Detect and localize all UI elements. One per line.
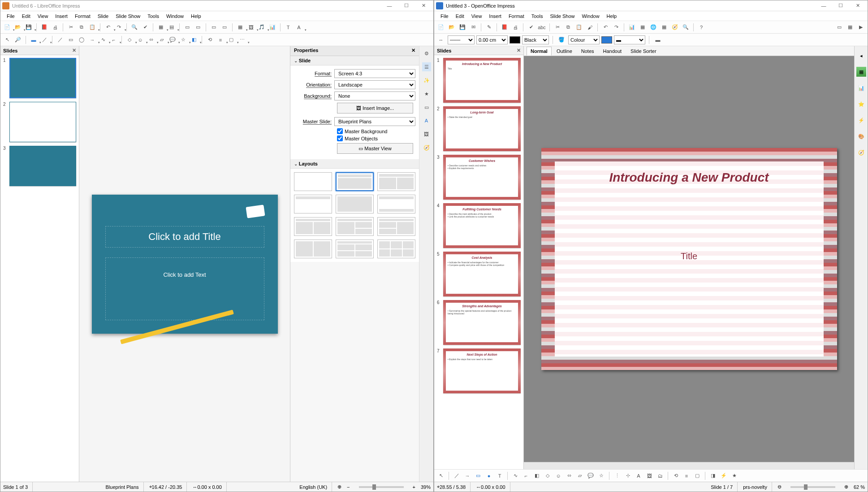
table-icon[interactable]: ▦ <box>638 22 648 32</box>
layout-title-only[interactable] <box>294 195 332 213</box>
layout-grid1[interactable] <box>294 217 332 236</box>
slide-layout-icon[interactable]: ▦ <box>845 22 855 32</box>
menu-format[interactable]: Format <box>71 13 94 20</box>
master-slide-icon[interactable]: ▭ <box>193 22 203 32</box>
close-button[interactable]: ✕ <box>850 1 866 10</box>
layout-4cells1[interactable] <box>294 239 332 258</box>
copy-icon[interactable]: ⧉ <box>77 22 86 32</box>
export-pdf-icon[interactable]: 📕 <box>500 22 510 32</box>
status-language[interactable]: English (UK) <box>299 482 332 492</box>
master-slides-deck-icon[interactable]: ▭ <box>422 103 431 112</box>
alignment-icon[interactable]: ≡ <box>682 471 691 481</box>
menu-insert[interactable]: Insert <box>52 13 71 20</box>
zoom-slider[interactable] <box>790 486 835 488</box>
insert-textbox-icon[interactable]: T <box>283 22 293 32</box>
line-color-icon[interactable]: ／ <box>39 35 49 45</box>
fill-color-icon[interactable]: ▬ <box>29 35 39 45</box>
arrange-icon[interactable]: ▢ <box>692 471 702 481</box>
zoom-in-icon[interactable]: ⊕ <box>844 484 848 490</box>
insert-image-icon[interactable]: 🖼 <box>246 22 256 32</box>
slide-title[interactable]: Introducing a New Product <box>564 170 815 185</box>
menu-edit[interactable]: Edit <box>452 13 468 20</box>
zoom-fit-icon[interactable]: ⊖ <box>777 484 782 490</box>
master-view-button[interactable]: ▭ Master View <box>337 143 413 154</box>
new-icon[interactable]: 📄 <box>2 22 12 32</box>
align-icon[interactable]: ≡ <box>216 35 225 45</box>
line-color-select[interactable]: Black <box>522 35 549 44</box>
slide-transition-deck-icon[interactable]: ✨ <box>422 76 431 85</box>
custom-animation-icon[interactable]: ⚡ <box>856 115 866 125</box>
basic-shapes-icon[interactable]: ◇ <box>125 35 134 45</box>
rotate-icon[interactable]: ⟲ <box>671 471 681 481</box>
close-button[interactable]: ✕ <box>415 1 432 10</box>
callouts-icon[interactable]: 💬 <box>168 35 177 45</box>
fill-color-select[interactable]: ▬ <box>614 35 645 44</box>
redo-icon[interactable]: ↷ <box>611 22 621 32</box>
fontwork-icon[interactable]: A <box>634 471 643 481</box>
layout-4cells2[interactable] <box>336 239 374 258</box>
zoom-in-icon[interactable]: + <box>413 484 415 490</box>
rotate-icon[interactable]: ⟲ <box>205 35 215 45</box>
gallery-pane-icon[interactable]: 🧭 <box>856 148 866 157</box>
zoom-out-icon[interactable]: − <box>347 484 350 490</box>
line-color-swatch[interactable] <box>510 36 520 44</box>
layout-title-2content[interactable] <box>377 172 415 191</box>
status-zoom[interactable]: 39% <box>421 484 431 490</box>
symbol-shapes-icon[interactable]: ☺ <box>135 35 145 45</box>
menu-edit[interactable]: Edit <box>18 13 34 20</box>
menu-tools[interactable]: Tools <box>528 13 547 20</box>
zoom-slider[interactable] <box>359 486 404 488</box>
undo-icon[interactable]: ↶ <box>600 22 610 32</box>
flowcharts-icon[interactable]: ▱ <box>575 471 585 481</box>
stars-icon[interactable]: ☆ <box>178 35 188 45</box>
line-style-select[interactable]: ─── <box>448 35 475 44</box>
ellipse-icon[interactable]: ● <box>484 471 494 481</box>
format-paintbrush-icon[interactable]: 🖌 <box>585 22 595 32</box>
menu-file[interactable]: File <box>3 13 18 20</box>
titlebar[interactable]: Untitled 6 - LibreOffice Impress — ☐ ✕ <box>0 0 433 11</box>
fill-mode-select[interactable]: Colour <box>568 35 600 44</box>
menu-view[interactable]: View <box>34 13 52 20</box>
area-style-icon[interactable]: 🪣 <box>557 35 566 45</box>
stars-icon[interactable]: ☆ <box>596 471 606 481</box>
slide-transition-icon[interactable]: 🎨 <box>856 131 866 141</box>
connector-icon[interactable]: ⌐ <box>521 471 531 481</box>
master-objects-checkbox[interactable] <box>337 135 343 141</box>
zoom-pan-icon[interactable]: 🔎 <box>13 35 23 45</box>
layout-blank[interactable] <box>294 172 332 191</box>
rectangle-icon[interactable]: ▭ <box>66 35 76 45</box>
slide-thumb[interactable]: 5Cost Analysis• Indicate the financial a… <box>437 252 521 296</box>
minimize-button[interactable]: — <box>816 1 832 10</box>
zoom-icon[interactable]: 🔍 <box>681 22 691 32</box>
menu-tools[interactable]: Tools <box>144 13 163 20</box>
tab-notes[interactable]: Notes <box>577 47 598 56</box>
horizontal-scrollbar[interactable] <box>524 462 854 469</box>
interaction-icon[interactable]: ⚡ <box>719 471 729 481</box>
animation-deck-icon[interactable]: ★ <box>422 89 431 98</box>
slide-thumb[interactable]: 1Introducing a New ProductTitle <box>437 58 521 103</box>
layout-6cells[interactable] <box>377 239 415 258</box>
find-icon[interactable]: 🔍 <box>130 22 139 32</box>
insert-image-button[interactable]: 🖼 Insert Image... <box>337 103 413 113</box>
save-icon[interactable]: 💾 <box>458 22 467 32</box>
curve-icon[interactable]: ∿ <box>510 471 520 481</box>
edit-file-icon[interactable]: ✎ <box>484 22 494 32</box>
close-panel-icon[interactable]: ✕ <box>517 48 521 53</box>
format-select[interactable]: Screen 4:3 <box>334 69 415 78</box>
cut-icon[interactable]: ✂ <box>553 22 562 32</box>
layout-centered[interactable] <box>336 195 374 213</box>
text-icon[interactable]: T <box>495 471 505 481</box>
start-beginning-icon[interactable]: ▭ <box>209 22 219 32</box>
gluepoints-icon[interactable]: ⊹ <box>623 471 633 481</box>
fill-color-swatch[interactable] <box>601 36 612 44</box>
settings-icon[interactable]: ⚙ <box>422 49 431 58</box>
from-file-icon[interactable]: 🖼 <box>644 471 654 481</box>
slide-thumb[interactable]: 7Next Steps of Action• Explain the steps… <box>437 348 521 393</box>
line-icon[interactable]: ／ <box>452 471 462 481</box>
table-design-icon[interactable]: ⭐ <box>856 99 866 109</box>
save-icon[interactable]: 💾 <box>24 22 34 32</box>
layout-grid3[interactable] <box>377 217 415 236</box>
hyperlink-icon[interactable]: 🌐 <box>648 22 658 32</box>
insert-table-icon[interactable]: ▦ <box>235 22 245 32</box>
slide-thumb[interactable]: 6Strengths and Advantages• Summarise the… <box>437 300 521 345</box>
